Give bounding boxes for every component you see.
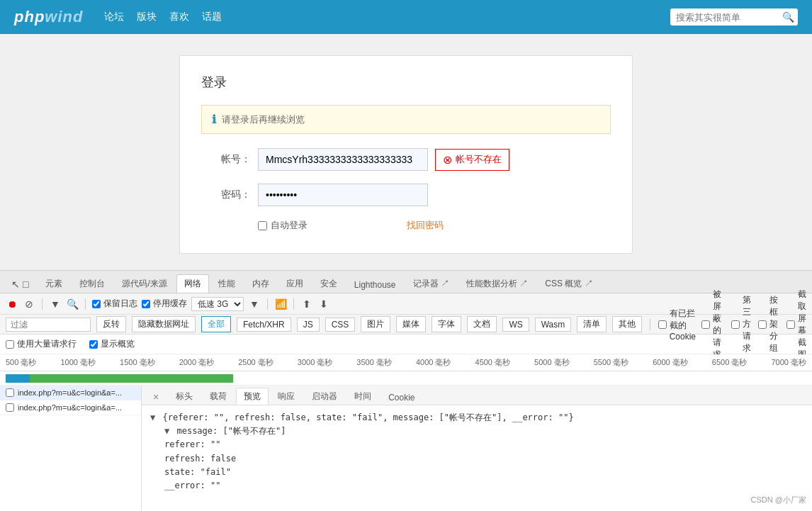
search-input[interactable] bbox=[676, 12, 782, 23]
detail-tab-preview[interactable]: 预览 bbox=[236, 388, 269, 405]
filter-other-btn[interactable]: 其他 bbox=[612, 316, 642, 332]
login-title: 登录 bbox=[201, 74, 611, 91]
speed-dropdown-icon[interactable]: ▼ bbox=[248, 298, 261, 310]
record-button[interactable]: ⏺ bbox=[6, 298, 18, 310]
wifi-icon[interactable]: 📶 bbox=[274, 298, 287, 310]
devtools-tab-lighthouse[interactable]: Lighthouse bbox=[346, 276, 404, 293]
devtools-tab-console[interactable]: 控制台 bbox=[72, 274, 113, 293]
search-icon2[interactable]: 🔍 bbox=[66, 298, 79, 310]
speed-select[interactable]: 低速 3G bbox=[191, 297, 244, 311]
large-rows-checkbox[interactable] bbox=[6, 340, 14, 349]
preserve-log-checkbox[interactable] bbox=[92, 300, 101, 308]
request-item-2[interactable]: index.php?m=u&c=login&a=... bbox=[0, 400, 141, 415]
filter-media-btn[interactable]: 媒体 bbox=[396, 316, 426, 332]
separator2 bbox=[85, 298, 86, 310]
network-waterfall-overview bbox=[0, 371, 812, 386]
info-message: 请登录后再继续浏览 bbox=[222, 113, 305, 126]
screenshot-label: 截取屏幕截图 bbox=[798, 288, 806, 361]
devtools-tab-cursor[interactable]: ↖□ bbox=[4, 275, 36, 293]
devtools-tab-recorder[interactable]: 记录器 ↗ bbox=[405, 274, 457, 293]
filter-reverse-btn[interactable]: 反转 bbox=[96, 316, 126, 332]
header: phpwind 论坛 版块 喜欢 话题 🔍 bbox=[0, 0, 812, 34]
filter-font-btn[interactable]: 字体 bbox=[432, 316, 461, 332]
frame-group-option: 按框架分组 bbox=[758, 294, 778, 354]
account-label: 帐号： bbox=[201, 153, 258, 166]
upload-icon[interactable]: ⬆ bbox=[300, 298, 313, 310]
disable-cache-checkbox[interactable] bbox=[142, 300, 150, 308]
filter-manifest-btn[interactable]: 清单 bbox=[577, 316, 607, 332]
separator4 bbox=[293, 298, 294, 310]
third-party-checkbox[interactable] bbox=[731, 320, 740, 329]
clear-button[interactable]: ⊘ bbox=[23, 298, 35, 310]
devtools-tab-bar: ↖□ 元素 控制台 源代码/来源 网络 性能 内存 应用 安全 Lighthou… bbox=[0, 271, 812, 293]
filter-bar: 反转 隐藏数据网址 全部 Fetch/XHR JS CSS 图片 媒体 字体 文… bbox=[0, 315, 812, 335]
devtools-tab-css-overview[interactable]: CSS 概览 ↗ bbox=[537, 274, 600, 293]
filter-hide-data-url-btn[interactable]: 隐藏数据网址 bbox=[132, 316, 196, 332]
detail-tab-response[interactable]: 响应 bbox=[270, 388, 303, 405]
nav-topic[interactable]: 话题 bbox=[202, 11, 222, 23]
req2-checkbox[interactable] bbox=[6, 403, 14, 412]
account-input[interactable] bbox=[258, 148, 428, 171]
json-root-line: {referer: "", refresh: false, state: "fa… bbox=[150, 411, 803, 425]
nav-block[interactable]: 版块 bbox=[137, 11, 157, 23]
detail-tab-cookie[interactable]: Cookie bbox=[380, 390, 422, 405]
filter-css-btn[interactable]: CSS bbox=[325, 318, 356, 332]
blocked-requests-group: 被屏蔽的请求 bbox=[701, 288, 726, 361]
timeline-5000: 5000 毫秒 bbox=[534, 357, 570, 368]
search-box: 🔍 bbox=[670, 9, 798, 26]
request-item-1[interactable]: index.php?m=u&c=login&a=... bbox=[0, 386, 141, 400]
json-root-text: {referer: "", refresh: false, state: "fa… bbox=[162, 412, 573, 422]
detail-tab-timing[interactable]: 时间 bbox=[346, 388, 379, 405]
json-referer-line: referer: "" bbox=[150, 438, 803, 451]
intercepted-cookie-checkbox[interactable] bbox=[658, 320, 667, 329]
devtools-tab-network[interactable]: 网络 bbox=[176, 274, 209, 293]
detail-tab-initiator[interactable]: 启动器 bbox=[304, 388, 345, 405]
req1-checkbox[interactable] bbox=[6, 388, 14, 397]
filter-img-btn[interactable]: 图片 bbox=[361, 316, 390, 332]
filter-input[interactable] bbox=[6, 318, 91, 332]
detail-tab-bar: × 标头 载荷 预览 响应 启动器 时间 Cookie bbox=[142, 386, 812, 405]
json-message-toggle[interactable] bbox=[164, 426, 169, 436]
nav-like[interactable]: 喜欢 bbox=[169, 11, 189, 23]
preserve-log-label: 保留日志 bbox=[103, 298, 137, 310]
filter-fetch-btn[interactable]: Fetch/XHR bbox=[237, 318, 291, 332]
timeline-1500: 1500 毫秒 bbox=[120, 357, 155, 368]
filter-ws-btn[interactable]: WS bbox=[502, 318, 529, 332]
network-bar-blue bbox=[6, 374, 30, 383]
blocked-requests-checkbox[interactable] bbox=[701, 320, 710, 329]
frame-group-checkbox[interactable] bbox=[758, 320, 767, 329]
filter-doc-btn[interactable]: 文档 bbox=[467, 316, 497, 332]
separator1 bbox=[42, 298, 43, 310]
json-state-text: state: "fail" bbox=[164, 467, 231, 477]
req1-name: index.php?m=u&c=login&a=... bbox=[18, 388, 122, 397]
json-refresh-text: refresh: false bbox=[164, 454, 236, 464]
password-input[interactable] bbox=[258, 184, 428, 206]
info-banner: ℹ 请登录后再继续浏览 bbox=[201, 105, 611, 134]
nav-forum[interactable]: 论坛 bbox=[104, 11, 124, 23]
devtools-tab-sources[interactable]: 源代码/来源 bbox=[114, 274, 174, 293]
find-password-link[interactable]: 找回密码 bbox=[407, 219, 444, 232]
filter-all-btn[interactable]: 全部 bbox=[201, 316, 231, 332]
json-referer-text: referer: "" bbox=[164, 439, 220, 449]
filter-icon[interactable]: ▼ bbox=[49, 298, 62, 310]
devtools-tab-performance[interactable]: 性能 bbox=[210, 274, 243, 293]
devtools-tab-elements[interactable]: 元素 bbox=[38, 274, 70, 293]
filter-wasm-btn[interactable]: Wasm bbox=[535, 318, 572, 332]
devtools-tab-security[interactable]: 安全 bbox=[312, 274, 345, 293]
download-icon[interactable]: ⬇ bbox=[317, 298, 330, 310]
show-overview-checkbox[interactable] bbox=[89, 340, 98, 349]
error-icon: ⊗ bbox=[443, 153, 452, 167]
right-options: 按框架分组 截取屏幕截图 bbox=[758, 288, 806, 361]
close-detail-btn[interactable]: × bbox=[145, 388, 167, 405]
devtools-tab-memory[interactable]: 内存 bbox=[244, 274, 277, 293]
info-icon: ℹ bbox=[212, 113, 216, 126]
detail-tab-payload[interactable]: 载荷 bbox=[202, 388, 235, 405]
screenshot-checkbox[interactable] bbox=[786, 320, 795, 329]
devtools-tab-application[interactable]: 应用 bbox=[278, 274, 311, 293]
auto-login-checkbox[interactable] bbox=[258, 221, 267, 230]
detail-tab-headers[interactable]: 标头 bbox=[168, 388, 201, 405]
timeline-3000: 3000 毫秒 bbox=[298, 357, 333, 368]
devtools-tab-perf-analysis[interactable]: 性能数据分析 ↗ bbox=[458, 274, 536, 293]
filter-js-btn[interactable]: JS bbox=[297, 318, 320, 332]
json-root-toggle[interactable] bbox=[150, 412, 155, 422]
